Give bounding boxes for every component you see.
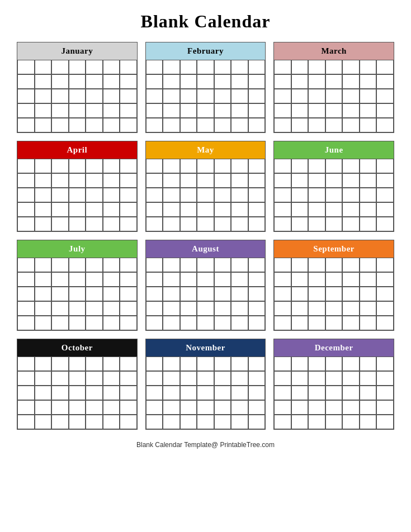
calendar-cell: [103, 400, 120, 415]
calendar-cell: [376, 400, 394, 415]
calendar-cell: [274, 316, 291, 330]
calendar-cell: [69, 400, 86, 415]
calendar-cell: [180, 74, 197, 89]
calendar-cell: [103, 103, 120, 118]
calendar-cell: [103, 74, 120, 89]
calendar-cell: [342, 202, 360, 217]
calendar-cell: [342, 118, 360, 132]
calendar-cell: [35, 386, 52, 400]
calendar-cell: [35, 217, 52, 231]
calendar-cell: [17, 301, 35, 316]
calendar-cell: [274, 202, 291, 217]
calendar-cell: [274, 60, 291, 74]
month-header-august: August: [146, 240, 266, 258]
calendar-cell: [342, 272, 360, 287]
calendar-cell: [231, 217, 248, 231]
calendar-cell: [291, 60, 309, 74]
calendar-cell: [146, 415, 163, 429]
calendar-cell: [342, 357, 360, 371]
calendar-cell: [86, 217, 103, 231]
calendar-body-june: [274, 159, 394, 231]
calendar-cell: [325, 118, 343, 132]
calendar-cell: [231, 188, 248, 202]
footer-text: Blank Calendar Template@ PrintableTree.c…: [136, 441, 275, 449]
calendar-cell: [197, 173, 214, 188]
calendar-cell: [308, 301, 325, 316]
calendar-cell: [146, 217, 163, 231]
calendar-cell: [342, 400, 360, 415]
calendar-cell: [376, 258, 394, 272]
calendar-cell: [197, 202, 214, 217]
calendar-cell: [291, 316, 309, 330]
calendar-cell: [69, 316, 86, 330]
calendar-cell: [120, 415, 137, 429]
calendar-body-march: [274, 60, 394, 132]
calendar-cell: [17, 386, 35, 400]
calendar-cell: [248, 103, 266, 118]
calendar-cell: [197, 386, 214, 400]
calendar-cell: [146, 400, 163, 415]
calendar-cell: [163, 118, 180, 132]
calendar-cell: [274, 217, 291, 231]
calendar-cell: [163, 74, 180, 89]
calendar-cell: [146, 173, 163, 188]
calendar-cell: [360, 188, 377, 202]
calendar-cell: [342, 371, 360, 386]
calendar-cell: [376, 287, 394, 301]
calendar-cell: [197, 217, 214, 231]
calendar-cell: [248, 173, 266, 188]
calendar-cell: [274, 103, 291, 118]
calendar-cell: [51, 272, 69, 287]
calendar-cell: [214, 202, 232, 217]
calendar-cell: [308, 60, 325, 74]
calendar-cell: [248, 74, 266, 89]
calendar-cell: [35, 60, 52, 74]
calendar-cell: [35, 287, 52, 301]
calendar-cell: [291, 357, 309, 371]
calendar-cell: [180, 217, 197, 231]
calendar-cell: [146, 103, 163, 118]
month-calendar-june: June: [273, 141, 394, 232]
calendar-cell: [325, 188, 343, 202]
calendar-cell: [291, 89, 309, 103]
calendar-cell: [35, 316, 52, 330]
calendar-cell: [86, 357, 103, 371]
calendar-cell: [214, 400, 232, 415]
calendar-cell: [197, 400, 214, 415]
calendar-cell: [325, 173, 343, 188]
calendar-cell: [197, 188, 214, 202]
calendar-body-february: [146, 60, 266, 132]
calendar-cell: [180, 357, 197, 371]
calendar-cell: [214, 301, 232, 316]
calendar-cell: [342, 301, 360, 316]
calendar-cell: [360, 217, 377, 231]
calendar-body-november: [146, 357, 266, 429]
calendar-cell: [120, 89, 137, 103]
calendar-cell: [17, 188, 35, 202]
calendar-cell: [120, 287, 137, 301]
calendar-cell: [86, 202, 103, 217]
calendar-cell: [274, 357, 291, 371]
calendar-cell: [308, 357, 325, 371]
calendar-cell: [146, 89, 163, 103]
calendar-cell: [376, 188, 394, 202]
calendar-cell: [51, 60, 69, 74]
calendar-cell: [360, 258, 377, 272]
calendar-cell: [163, 159, 180, 173]
calendar-cell: [163, 202, 180, 217]
calendar-cell: [274, 258, 291, 272]
calendar-cell: [69, 60, 86, 74]
calendar-cell: [342, 258, 360, 272]
calendar-cell: [197, 316, 214, 330]
calendar-cell: [376, 74, 394, 89]
calendar-cell: [231, 173, 248, 188]
calendar-cell: [325, 103, 343, 118]
calendar-cell: [120, 202, 137, 217]
month-header-june: June: [274, 141, 394, 159]
calendar-cell: [69, 287, 86, 301]
calendar-cell: [197, 159, 214, 173]
month-header-march: March: [274, 42, 394, 60]
calendar-cell: [214, 258, 232, 272]
calendar-cell: [376, 316, 394, 330]
calendar-cell: [69, 217, 86, 231]
